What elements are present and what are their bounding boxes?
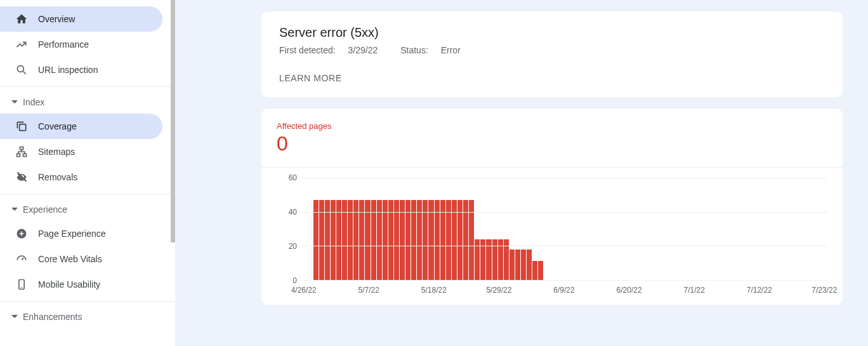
chart-y-tick: 40 — [289, 208, 297, 216]
sidebar-item-overview[interactable]: Overview — [0, 6, 162, 32]
sidebar-section-experience[interactable]: Experience — [0, 198, 175, 221]
chart-bar — [510, 250, 515, 280]
chart-x-tick: 5/7/22 — [358, 286, 379, 295]
chart-x-tick: 5/18/22 — [421, 286, 447, 295]
svg-rect-1 — [20, 124, 26, 131]
svg-rect-3 — [17, 154, 20, 156]
chart-x-tick: 6/9/22 — [553, 286, 574, 295]
sidebar-section-label: Experience — [23, 204, 67, 215]
sidebar-section-enhancements[interactable]: Enhancements — [0, 305, 175, 328]
chart-x-tick: 6/20/22 — [617, 286, 642, 295]
affected-pages-label: Affected pages — [277, 121, 827, 131]
chart-bar — [480, 239, 485, 280]
trending-icon — [15, 38, 28, 51]
sidebar-item-mobile-usability[interactable]: Mobile Usability — [0, 272, 162, 297]
sidebar-item-label: Overview — [38, 14, 75, 24]
chart-bar — [492, 239, 497, 280]
main-content: Server error (5xx) First detected: 3/29/… — [175, 0, 868, 346]
sidebar-item-label: Coverage — [38, 121, 77, 131]
chart-bar — [521, 250, 526, 280]
chart-y-tick: 20 — [289, 242, 297, 251]
chart-bar — [532, 261, 537, 280]
chart-bar — [498, 239, 503, 280]
sidebar-item-performance[interactable]: Performance — [0, 32, 162, 57]
sidebar-item-core-web-vitals[interactable]: Core Web Vitals — [0, 246, 162, 272]
sidebar-item-label: Core Web Vitals — [38, 254, 102, 264]
sidebar-section-label: Enhancements — [23, 312, 82, 322]
divider — [261, 167, 843, 168]
caret-down-icon — [11, 314, 18, 320]
sidebar-item-page-experience[interactable]: Page Experience — [0, 221, 162, 246]
sidebar-item-label: URL inspection — [38, 65, 98, 75]
sidebar-item-url-inspection[interactable]: URL inspection — [0, 57, 162, 83]
home-icon — [15, 13, 28, 25]
sitemap-icon — [15, 145, 28, 158]
chart-x-tick: 5/29/22 — [486, 286, 511, 295]
chart-bar — [527, 250, 532, 280]
sidebar-section-index[interactable]: Index — [0, 91, 175, 114]
chart-y-tick: 0 — [293, 276, 297, 285]
sidebar-scrollbar[interactable] — [171, 0, 175, 243]
search-icon — [15, 63, 28, 76]
chart-bar — [475, 239, 480, 280]
learn-more-link[interactable]: LEARN MORE — [279, 73, 825, 83]
sidebar-item-label: Page Experience — [38, 229, 106, 239]
sidebar-section-label: Index — [23, 97, 44, 107]
caret-down-icon — [11, 99, 18, 105]
chart: 0204060 4/26/225/7/225/18/225/29/226/9/2… — [277, 178, 827, 297]
status: Status: Error — [400, 45, 471, 55]
svg-rect-2 — [20, 147, 23, 150]
caret-down-icon — [11, 206, 18, 213]
copy-icon — [15, 120, 28, 133]
error-meta: First detected: 3/29/22 Status: Error — [279, 45, 825, 55]
divider — [0, 86, 175, 87]
chart-bars — [307, 178, 821, 280]
sidebar-item-coverage[interactable]: Coverage — [0, 114, 162, 139]
chart-bar — [538, 261, 543, 280]
sidebar-item-label: Performance — [38, 39, 89, 50]
speed-icon — [15, 253, 28, 265]
divider — [0, 301, 175, 302]
sidebar-item-label: Mobile Usability — [38, 279, 100, 289]
chart-plot — [301, 178, 827, 281]
affected-pages-value: 0 — [277, 132, 827, 156]
chart-bar — [504, 239, 509, 280]
sidebar-item-removals[interactable]: Removals — [0, 164, 162, 190]
chart-bar — [486, 239, 491, 280]
svg-point-0 — [17, 65, 23, 72]
chart-bar — [515, 250, 520, 280]
divider — [0, 194, 175, 194]
sidebar-item-label: Sitemaps — [38, 147, 75, 157]
error-title: Server error (5xx) — [279, 25, 825, 40]
plus-circle-icon — [15, 227, 28, 240]
chart-x-axis: 4/26/225/7/225/18/225/29/226/9/226/20/22… — [301, 283, 827, 297]
chart-x-tick: 7/12/22 — [747, 286, 772, 295]
visibility-off-icon — [15, 171, 28, 183]
chart-y-axis: 0204060 — [277, 178, 301, 281]
first-detected: First detected: 3/29/22 — [279, 45, 390, 55]
svg-rect-4 — [23, 154, 27, 156]
sidebar-item-sitemaps[interactable]: Sitemaps — [0, 139, 162, 164]
affected-pages-card: Affected pages 0 0204060 4/26/225/7/225/… — [261, 109, 843, 305]
chart-x-tick: 4/26/22 — [291, 286, 317, 295]
chart-x-tick: 7/23/22 — [812, 286, 837, 295]
chart-x-tick: 7/1/22 — [683, 286, 704, 295]
error-summary-card: Server error (5xx) First detected: 3/29/… — [261, 11, 843, 97]
sidebar: Overview Performance URL inspection Inde… — [0, 0, 175, 346]
sidebar-item-label: Removals — [38, 172, 77, 182]
chart-y-tick: 60 — [289, 173, 297, 182]
mobile-icon — [15, 278, 28, 291]
